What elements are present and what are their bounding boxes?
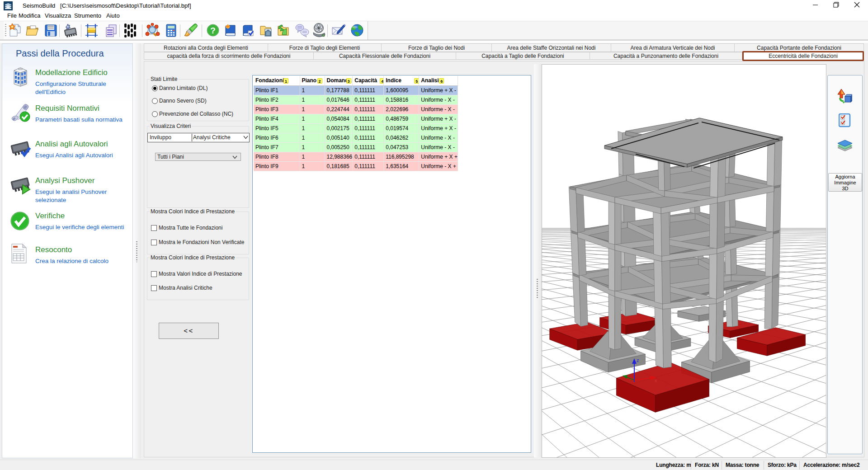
svg-text:x: x bbox=[655, 378, 657, 383]
svg-text:z: z bbox=[637, 357, 639, 363]
svg-text:?: ? bbox=[210, 26, 216, 35]
